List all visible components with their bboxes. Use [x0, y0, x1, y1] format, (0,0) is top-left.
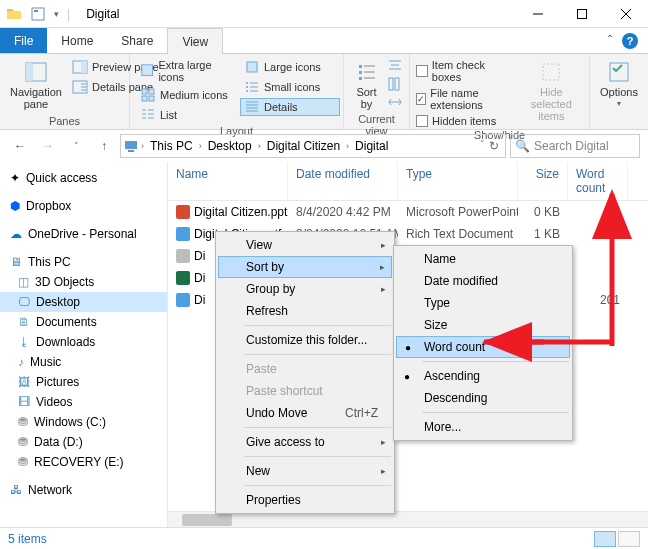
refresh-icon[interactable]: ↻: [489, 139, 499, 153]
ctx-new[interactable]: New▸: [218, 460, 392, 482]
col-date[interactable]: Date modified: [288, 162, 398, 200]
sidebar-item-dropbox[interactable]: ⬢Dropbox: [0, 196, 167, 216]
view-details-button[interactable]: [594, 531, 616, 547]
ctx-group-by[interactable]: Group by▸: [218, 278, 392, 300]
col-type[interactable]: Type: [398, 162, 518, 200]
sidebar-item-onedrive[interactable]: ☁OneDrive - Personal: [0, 224, 167, 244]
window-title: Digital: [86, 7, 119, 21]
svg-rect-20: [389, 78, 393, 90]
svg-point-14: [246, 82, 248, 84]
sidebar-item-documents[interactable]: 🗎Documents: [0, 312, 167, 332]
sidebar-item-this-pc[interactable]: 🖥This PC: [0, 252, 167, 272]
sort-more[interactable]: More...: [396, 416, 570, 438]
up-button[interactable]: ↑: [92, 134, 116, 158]
col-word-count[interactable]: Word count: [568, 162, 628, 200]
sidebar-item-network[interactable]: 🖧Network: [0, 480, 167, 500]
svg-rect-6: [81, 61, 87, 73]
sort-date[interactable]: Date modified: [396, 270, 570, 292]
recent-button[interactable]: ˅: [64, 134, 88, 158]
ctx-paste: Paste: [218, 358, 392, 380]
ctx-properties[interactable]: Properties: [218, 489, 392, 511]
drive-icon: ⛃: [18, 455, 28, 469]
sidebar-item-downloads[interactable]: ⭳Downloads: [0, 332, 167, 352]
hidden-items-toggle[interactable]: Hidden items: [416, 114, 516, 128]
svg-point-15: [246, 86, 248, 88]
sidebar-item-3d-objects[interactable]: ◫3D Objects: [0, 272, 167, 292]
breadcrumb-seg-2[interactable]: Digital Citizen: [263, 139, 344, 153]
size-columns-icon[interactable]: [387, 94, 403, 110]
sort-descending[interactable]: Descending: [396, 387, 570, 409]
folder-icon: [6, 6, 22, 22]
hide-selected-button[interactable]: Hide selected items: [520, 58, 583, 124]
cube-icon: ◫: [18, 275, 29, 289]
navigation-pane-button[interactable]: Navigation pane: [6, 58, 66, 112]
svg-rect-18: [359, 71, 362, 74]
help-icon[interactable]: ?: [622, 33, 638, 49]
sidebar-item-data-d[interactable]: ⛃Data (D:): [0, 432, 167, 452]
tab-home[interactable]: Home: [47, 28, 107, 53]
ctx-sort-by[interactable]: Sort by▸: [218, 256, 392, 278]
sidebar-item-desktop[interactable]: 🖵Desktop: [0, 292, 167, 312]
group-by-icon[interactable]: [387, 58, 403, 74]
breadcrumb-seg-0[interactable]: This PC: [146, 139, 197, 153]
col-name[interactable]: Name: [168, 162, 288, 200]
ctx-give-access[interactable]: Give access to▸: [218, 431, 392, 453]
item-checkboxes-toggle[interactable]: Item check boxes: [416, 58, 516, 84]
ctx-view[interactable]: View▸: [218, 234, 392, 256]
navigation-tree[interactable]: ✦Quick access ⬢Dropbox ☁OneDrive - Perso…: [0, 162, 168, 527]
layout-extra-large[interactable]: Extra large icons: [136, 58, 236, 84]
column-headers[interactable]: Name Date modified Type Size Word count: [168, 162, 648, 201]
breadcrumb-seg-1[interactable]: Desktop: [204, 139, 256, 153]
forward-button[interactable]: →: [36, 134, 60, 158]
search-input[interactable]: 🔍 Search Digital: [510, 134, 640, 158]
svg-rect-17: [359, 65, 362, 68]
layout-list[interactable]: List: [136, 106, 236, 124]
breadcrumb-dropdown-icon[interactable]: ˅: [480, 139, 485, 153]
qat-properties-icon[interactable]: [30, 6, 46, 22]
sort-size[interactable]: Size: [396, 314, 570, 336]
ribbon: Navigation pane Preview pane Details pan…: [0, 54, 648, 130]
sort-name[interactable]: Name: [396, 248, 570, 270]
tab-file[interactable]: File: [0, 28, 47, 53]
view-thumbnails-button[interactable]: [618, 531, 640, 547]
sort-by-button[interactable]: Sort by: [351, 58, 383, 112]
sidebar-item-recovery-e[interactable]: ⛃RECOVERY (E:): [0, 452, 167, 472]
svg-rect-2: [578, 9, 587, 18]
breadcrumb-seg-3[interactable]: Digital: [351, 139, 392, 153]
sidebar-item-windows-c[interactable]: ⛃Windows (C:): [0, 412, 167, 432]
qat-dropdown-icon[interactable]: ▾: [54, 9, 59, 19]
ribbon-tabs: File Home Share View ˆ ?: [0, 28, 648, 54]
minimize-button[interactable]: [516, 0, 560, 28]
add-columns-icon[interactable]: [387, 76, 403, 92]
file-extensions-toggle[interactable]: ✓File name extensions: [416, 86, 516, 112]
cloud-icon: ☁: [10, 227, 22, 241]
music-icon: ♪: [18, 355, 24, 369]
svg-rect-0: [32, 8, 44, 20]
drive-icon: ⛃: [18, 415, 28, 429]
layout-large[interactable]: Large icons: [240, 58, 340, 76]
breadcrumb[interactable]: › This PC› Desktop› Digital Citizen› Dig…: [120, 134, 506, 158]
downloads-icon: ⭳: [18, 335, 30, 349]
col-size[interactable]: Size: [518, 162, 568, 200]
layout-details[interactable]: Details: [240, 98, 340, 116]
ctx-undo[interactable]: Undo MoveCtrl+Z: [218, 402, 392, 424]
sort-type[interactable]: Type: [396, 292, 570, 314]
options-button[interactable]: Options ▾: [596, 58, 642, 111]
collapse-ribbon-icon[interactable]: ˆ: [608, 34, 612, 48]
file-row[interactable]: Digital Citizen.pptx8/4/2020 4:42 PMMicr…: [168, 201, 648, 223]
sort-ascending[interactable]: ●Ascending: [396, 365, 570, 387]
sidebar-item-music[interactable]: ♪Music: [0, 352, 167, 372]
sidebar-item-pictures[interactable]: 🖼Pictures: [0, 372, 167, 392]
back-button[interactable]: ←: [8, 134, 32, 158]
ctx-customize[interactable]: Customize this folder...: [218, 329, 392, 351]
close-button[interactable]: [604, 0, 648, 28]
layout-medium[interactable]: Medium icons: [136, 86, 236, 104]
ctx-refresh[interactable]: Refresh: [218, 300, 392, 322]
sidebar-item-videos[interactable]: 🎞Videos: [0, 392, 167, 412]
sort-word-count[interactable]: ●Word count: [396, 336, 570, 358]
maximize-button[interactable]: [560, 0, 604, 28]
tab-view[interactable]: View: [167, 28, 223, 54]
sidebar-item-quick-access[interactable]: ✦Quick access: [0, 168, 167, 188]
tab-share[interactable]: Share: [107, 28, 167, 53]
layout-small[interactable]: Small icons: [240, 78, 340, 96]
